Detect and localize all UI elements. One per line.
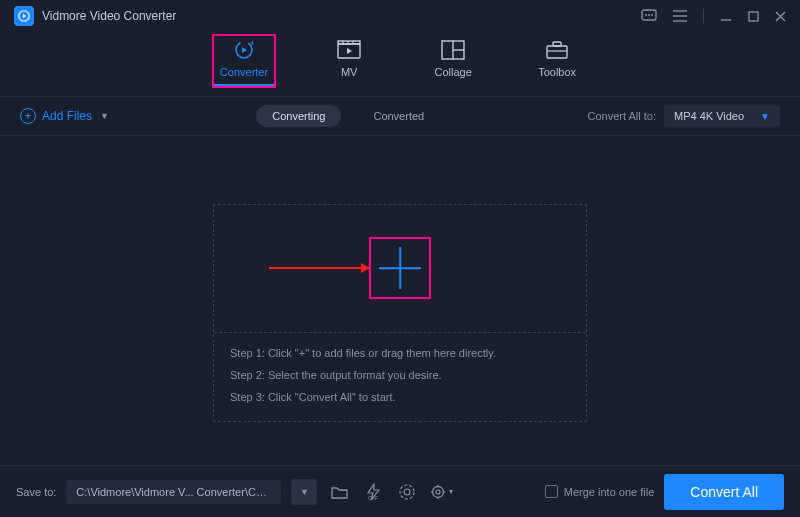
svg-marker-15 [251, 41, 253, 45]
step-1: Step 1: Click "+" to add files or drag t… [230, 347, 570, 359]
settings-icon[interactable]: ▾ [429, 480, 453, 504]
svg-point-33 [436, 490, 440, 494]
tab-label: Collage [434, 66, 471, 78]
merge-label: Merge into one file [564, 486, 655, 498]
convert-all-button[interactable]: Convert All [664, 474, 784, 510]
format-value: MP4 4K Video [674, 110, 744, 122]
divider [703, 9, 704, 23]
main-tabs: Converter MV Collage Toolbox [0, 32, 800, 96]
drop-panel: Step 1: Click "+" to add files or drag t… [213, 204, 587, 422]
step-3: Step 3: Click "Convert All" to start. [230, 391, 570, 403]
svg-point-4 [648, 14, 650, 16]
menu-icon[interactable] [673, 10, 687, 22]
feedback-icon[interactable] [641, 9, 657, 23]
add-file-highlight [369, 237, 431, 299]
tab-collage[interactable]: Collage [424, 36, 482, 86]
svg-marker-1 [23, 14, 26, 19]
toolbox-icon [543, 40, 571, 60]
svg-point-5 [651, 14, 653, 16]
svg-marker-14 [242, 47, 247, 53]
close-icon[interactable] [775, 11, 786, 22]
plus-icon[interactable] [379, 247, 421, 289]
path-dropdown[interactable]: ▼ [291, 479, 317, 505]
convert-all-to-label: Convert All to: [587, 110, 655, 122]
annotation-arrow [269, 267, 369, 269]
chevron-down-icon: ▼ [100, 111, 109, 121]
app-title: Vidmore Video Converter [42, 9, 176, 23]
add-files-button[interactable]: + Add Files ▼ [20, 108, 109, 124]
tab-converter[interactable]: Converter [214, 36, 274, 86]
svg-text:OFF: OFF [368, 495, 378, 501]
svg-point-31 [404, 489, 410, 495]
app-logo [14, 6, 34, 26]
svg-point-32 [432, 486, 443, 497]
collage-icon [439, 40, 467, 60]
merge-checkbox[interactable]: Merge into one file [545, 485, 655, 498]
mv-icon [335, 40, 363, 60]
output-format-select[interactable]: MP4 4K Video ▼ [664, 105, 780, 127]
converted-tab[interactable]: Converted [357, 105, 440, 127]
output-path[interactable]: C:\Vidmore\Vidmore V... Converter\Conver… [66, 480, 281, 504]
svg-point-30 [400, 485, 414, 499]
titlebar: Vidmore Video Converter [0, 0, 800, 32]
chevron-down-icon: ▾ [449, 487, 453, 496]
svg-rect-10 [749, 12, 758, 21]
hardware-accel-icon[interactable]: OFF [361, 480, 385, 504]
svg-point-3 [645, 14, 647, 16]
tab-label: Converter [220, 66, 268, 78]
open-folder-icon[interactable] [327, 480, 351, 504]
sub-bar: + Add Files ▼ Converting Converted Conve… [0, 96, 800, 136]
svg-rect-26 [553, 42, 561, 46]
chevron-down-icon: ▼ [760, 111, 770, 122]
instructions: Step 1: Click "+" to add files or drag t… [214, 333, 586, 421]
svg-rect-25 [547, 46, 567, 58]
svg-rect-17 [338, 41, 360, 44]
plus-circle-icon: + [20, 108, 36, 124]
checkbox-icon [545, 485, 558, 498]
step-2: Step 2: Select the output format you des… [230, 369, 570, 381]
minimize-icon[interactable] [720, 10, 732, 22]
main-stage: Step 1: Click "+" to add files or drag t… [0, 136, 800, 489]
drop-zone[interactable] [214, 205, 586, 333]
svg-marker-21 [347, 48, 352, 54]
tab-label: MV [341, 66, 358, 78]
tab-toolbox[interactable]: Toolbox [528, 36, 586, 86]
tab-mv[interactable]: MV [320, 36, 378, 86]
tab-label: Toolbox [538, 66, 576, 78]
add-files-label: Add Files [42, 109, 92, 123]
footer: Save to: C:\Vidmore\Vidmore V... Convert… [0, 465, 800, 517]
maximize-icon[interactable] [748, 11, 759, 22]
converting-tab[interactable]: Converting [256, 105, 341, 127]
save-to-label: Save to: [16, 486, 56, 498]
converter-icon [230, 40, 258, 60]
high-speed-icon[interactable] [395, 480, 419, 504]
